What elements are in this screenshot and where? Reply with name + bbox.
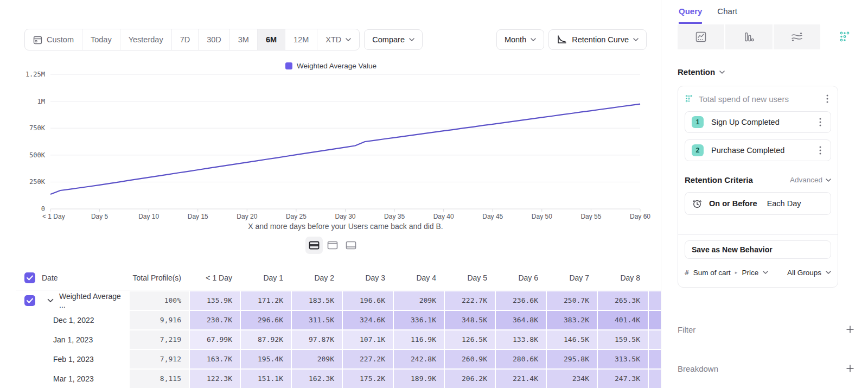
retention-value-cell[interactable]: 116.9K	[394, 330, 444, 349]
kebab-menu-icon[interactable]	[824, 94, 831, 103]
retention-value-cell[interactable]: 133.8K	[496, 330, 546, 349]
retention-value-cell[interactable]: 209K	[394, 291, 444, 310]
range-label: Custom	[47, 35, 74, 44]
retention-icon[interactable]	[821, 24, 868, 49]
retention-value-cell[interactable]: 159.5K	[598, 330, 648, 349]
retention-value-cell[interactable]: 107.1K	[343, 330, 393, 349]
tab-chart[interactable]: Chart	[717, 0, 737, 24]
retention-value-cell[interactable]: 126.5K	[445, 330, 495, 349]
retention-value-cell[interactable]: 162.3K	[292, 370, 342, 388]
retention-value-cell[interactable]: 234K	[547, 370, 597, 388]
retention-value-cell[interactable]: 135.9K	[190, 291, 240, 310]
measure-label[interactable]: Sum of cart	[693, 269, 731, 277]
row-checkbox[interactable]	[24, 295, 35, 306]
retention-value-cell[interactable]: 227.2K	[343, 350, 393, 368]
x-axis-tick-label: Day 55	[580, 213, 601, 220]
retention-value-cell[interactable]: 221.4K	[496, 370, 546, 388]
retention-value-cell[interactable]: 236.6K	[496, 291, 546, 310]
range-7d[interactable]: 7D	[172, 29, 199, 50]
chart-type-button[interactable]: Retention Curve	[548, 29, 647, 50]
advanced-dropdown[interactable]: Advanced	[790, 176, 831, 184]
filter-label: Filter	[678, 325, 695, 334]
retention-value-cell[interactable]: 206.2K	[445, 370, 495, 388]
range-30d[interactable]: 30D	[199, 29, 230, 50]
retention-value-cell[interactable]: 189.9K	[394, 370, 444, 388]
retention-value-cell[interactable]: 348.5K	[445, 311, 495, 329]
insights-icon[interactable]	[678, 24, 724, 49]
expand-chevron-icon[interactable]	[47, 298, 54, 303]
retention-value-cell[interactable]: 265.3K	[598, 291, 648, 310]
range-12m[interactable]: 12M	[285, 29, 317, 50]
retention-value-cell[interactable]: 324.6K	[343, 311, 393, 329]
behavior-step[interactable]: 1Sign Up Completed	[685, 111, 831, 133]
chevron-down-icon	[409, 38, 414, 41]
retention-value-cell[interactable]: 67.99K	[190, 330, 240, 349]
bar-chart-icon[interactable]	[725, 24, 772, 49]
range-today[interactable]: Today	[82, 29, 120, 50]
retention-value-cell[interactable]: 146.5K	[547, 330, 597, 349]
total-profiles-cell: 8,115	[130, 370, 189, 388]
retention-value-cell[interactable]: 163.7K	[190, 350, 240, 368]
retention-value-cell[interactable]: 401.4K	[598, 311, 648, 329]
save-as-new-behavior-button[interactable]: Save as New Behavior	[685, 240, 831, 259]
retention-value-cell[interactable]: 209K	[292, 350, 342, 368]
retention-value-cell[interactable]: 195.4K	[241, 350, 291, 368]
range-yesterday[interactable]: Yesterday	[120, 29, 172, 50]
retention-value-cell[interactable]: 122.3K	[190, 370, 240, 388]
retention-value-cell[interactable]: 383.2K	[547, 311, 597, 329]
retention-value-cell[interactable]: 151.1K	[241, 370, 291, 388]
x-axis-tick-label: Day 25	[286, 213, 307, 220]
row-label: Feb 1, 2023	[53, 355, 94, 364]
behavior-step[interactable]: 2Purchase Completed	[685, 139, 831, 161]
criteria-card[interactable]: On or Before Each Day	[685, 192, 831, 215]
retention-value-cell[interactable]: 295.8K	[547, 350, 597, 368]
add-breakdown-button[interactable]	[846, 365, 854, 372]
retention-section-label: Retention	[678, 67, 715, 77]
range-3m[interactable]: 3M	[230, 29, 258, 50]
compare-button[interactable]: Compare	[364, 29, 423, 50]
retention-section-dropdown[interactable]: Retention	[678, 67, 725, 77]
toolbar: CustomTodayYesterday7D30D3M6M12MXTD Comp…	[24, 29, 647, 50]
flow-icon[interactable]	[774, 24, 820, 49]
retention-value-cell[interactable]: 222.7K	[445, 291, 495, 310]
select-all-checkbox[interactable]	[24, 272, 35, 283]
kebab-menu-icon[interactable]	[816, 118, 824, 126]
retention-value-cell[interactable]: 313.5K	[598, 350, 648, 368]
retention-value-cell[interactable]: 87.92K	[241, 330, 291, 349]
retention-value-cell[interactable]: 250.7K	[547, 291, 597, 310]
layout-split-toggle[interactable]	[305, 237, 323, 254]
retention-value-cell[interactable]: 336.1K	[394, 311, 444, 329]
retention-value-cell[interactable]: 196.6K	[343, 291, 393, 310]
add-filter-button[interactable]	[846, 326, 854, 333]
retention-value-cell[interactable]: 260.9K	[445, 350, 495, 368]
retention-value-cell[interactable]: 183.5K	[292, 291, 342, 310]
range-6m[interactable]: 6M	[258, 29, 285, 50]
measure-property[interactable]: Price	[742, 269, 758, 277]
groups-dropdown[interactable]: All Groups	[787, 269, 821, 277]
range-xtd[interactable]: XTD	[317, 29, 359, 50]
chart-legend[interactable]: Weighted Average Value	[16, 62, 646, 70]
granularity-button[interactable]: Month	[496, 29, 544, 50]
table-row: Weighted Average ...100%135.9K171.2K183.…	[16, 291, 661, 310]
retention-value-cell[interactable]: 230.7K	[190, 311, 240, 329]
table-row: Mar 1, 20238,115122.3K151.1K162.3K175.2K…	[16, 370, 661, 388]
table-header-row: DateTotal Profile(s)< 1 DayDay 1Day 2Day…	[16, 266, 661, 290]
layout-chart-toggle[interactable]	[324, 237, 341, 254]
retention-value-cell[interactable]: 97.87K	[292, 330, 342, 349]
retention-value-cell[interactable]: 175.2K	[343, 370, 393, 388]
range-label: Yesterday	[129, 35, 163, 44]
retention-value-cell[interactable]: 280.6K	[496, 350, 546, 368]
range-custom[interactable]: Custom	[25, 29, 82, 50]
retention-value-cell[interactable]: 296.6K	[241, 311, 291, 329]
layout-table-toggle[interactable]	[342, 237, 360, 254]
kebab-menu-icon[interactable]	[816, 146, 824, 155]
retention-value-cell[interactable]: 242.8K	[394, 350, 444, 368]
range-label: 6M	[266, 35, 277, 44]
retention-value-cell[interactable]: 247.3K	[598, 370, 648, 388]
row-label: Jan 1, 2023	[53, 335, 93, 344]
tab-query[interactable]: Query	[679, 0, 702, 24]
legend-swatch	[285, 62, 292, 69]
retention-value-cell[interactable]: 171.2K	[241, 291, 291, 310]
retention-value-cell[interactable]: 364.8K	[496, 311, 546, 329]
retention-value-cell[interactable]: 311.5K	[292, 311, 342, 329]
